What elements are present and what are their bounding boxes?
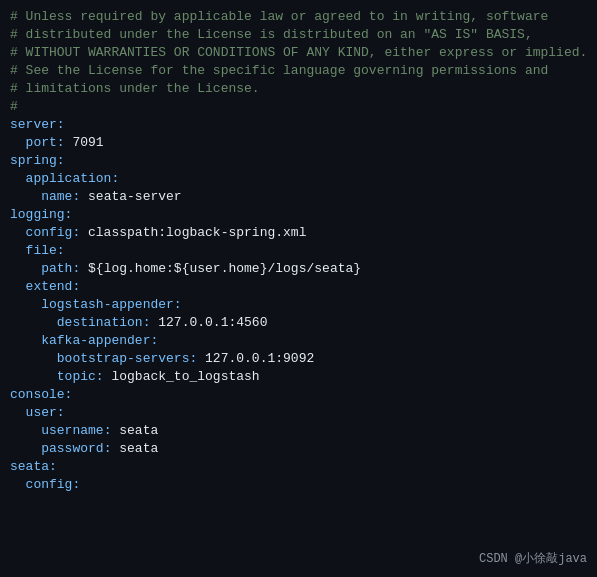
code-line: bootstrap-servers: 127.0.0.1:9092	[10, 350, 587, 368]
code-line: spring:	[10, 152, 587, 170]
code-line: #	[10, 98, 587, 116]
code-line: # See the License for the specific langu…	[10, 62, 587, 80]
code-line: logstash-appender:	[10, 296, 587, 314]
code-line: # Unless required by applicable law or a…	[10, 8, 587, 26]
code-line: kafka-appender:	[10, 332, 587, 350]
code-line: console:	[10, 386, 587, 404]
code-line: extend:	[10, 278, 587, 296]
code-line: logging:	[10, 206, 587, 224]
code-line: config:	[10, 476, 587, 494]
code-line: password: seata	[10, 440, 587, 458]
code-line: server:	[10, 116, 587, 134]
code-line: # limitations under the License.	[10, 80, 587, 98]
code-line: # WITHOUT WARRANTIES OR CONDITIONS OF AN…	[10, 44, 587, 62]
code-content: # Unless required by applicable law or a…	[10, 8, 587, 494]
code-editor: # Unless required by applicable law or a…	[0, 0, 597, 577]
code-line: port: 7091	[10, 134, 587, 152]
code-line: name: seata-server	[10, 188, 587, 206]
code-line: seata:	[10, 458, 587, 476]
code-line: file:	[10, 242, 587, 260]
code-line: path: ${log.home:${user.home}/logs/seata…	[10, 260, 587, 278]
code-line: destination: 127.0.0.1:4560	[10, 314, 587, 332]
watermark: CSDN @小徐敲java	[479, 550, 587, 567]
code-line: # distributed under the License is distr…	[10, 26, 587, 44]
code-line: username: seata	[10, 422, 587, 440]
code-line: user:	[10, 404, 587, 422]
code-line: topic: logback_to_logstash	[10, 368, 587, 386]
code-line: config: classpath:logback-spring.xml	[10, 224, 587, 242]
code-line: application:	[10, 170, 587, 188]
